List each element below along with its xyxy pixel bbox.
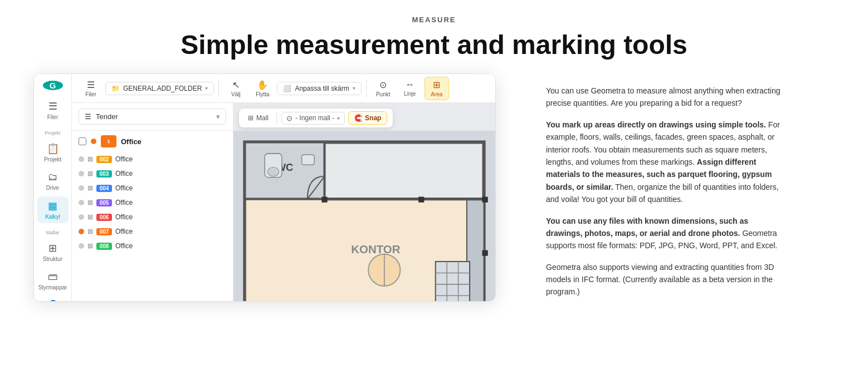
dot-008 [79, 243, 84, 249]
sidebar-label-styrmappar: Styrmappar [38, 284, 67, 290]
dot-003 [79, 171, 84, 176]
header-item-label: Office [121, 137, 142, 146]
header-dot [91, 139, 96, 144]
header-checkbox[interactable] [79, 137, 86, 145]
list-item-007[interactable]: ⊠ 007 Office [72, 224, 233, 239]
toolbar-divider-1 [218, 80, 219, 97]
kalkyl-icon: ▦ [48, 200, 57, 212]
folder-icon: 📁 [111, 85, 120, 92]
valj-label: Välj [231, 91, 241, 97]
projekt-icon: 📋 [47, 142, 59, 155]
shape-006: ⊠ [87, 213, 93, 221]
intro-text: You can use Geometra to measure almost a… [546, 85, 786, 110]
toolbar-filer[interactable]: ☰ Filer [79, 77, 103, 100]
shape-007: ⊠ [87, 228, 93, 235]
badge-005: 005 [96, 199, 112, 206]
toolbar-linje[interactable]: ↔ Linje [398, 77, 422, 99]
sidebar-label-projekt: Projekt [44, 156, 61, 163]
sidebar-section-mallar: Mallar [34, 230, 71, 235]
sidebar-item-styrmappar[interactable]: 🗃 Styrmappar [37, 268, 69, 294]
badge-008: 008 [96, 243, 112, 250]
label-003: Office [115, 170, 133, 178]
ingen-mall-chevron: ▾ [337, 115, 340, 121]
label-008: Office [115, 242, 133, 250]
para2-bold: You can use any files with known dimensi… [546, 216, 748, 238]
sidebar-item-projekt[interactable]: 📋 Projekt [37, 139, 69, 166]
svg-rect-13 [418, 197, 424, 203]
page-title: Simple measurement and marking tools [0, 29, 868, 60]
ingen-mall-label: - Ingen mall - [295, 114, 334, 122]
anpassa-label: Anpassa till skärm [295, 85, 349, 92]
map-grid-btn[interactable]: ⊞ Mall [245, 112, 272, 124]
panel-select-icon: ☰ [85, 112, 91, 121]
list-item-008[interactable]: ⊠ 008 Office [72, 239, 233, 253]
toolbar-divider-2 [366, 80, 367, 97]
svg-rect-12 [321, 197, 327, 203]
badge-006: 006 [96, 214, 112, 221]
badge-002: 002 [96, 156, 112, 163]
para3-text: Geometra also supports viewing and extra… [546, 261, 786, 298]
toolbar-folder-dropdown[interactable]: 📁 GENERAL.ADD_FOLDER ▾ [105, 82, 214, 95]
toolbar-area[interactable]: ⊞ Area [425, 77, 449, 100]
linje-label: Linje [404, 91, 416, 97]
app-window: G ☰ Filer Projekt 📋 Projekt 🗂 Drive ▦ Ka… [33, 73, 496, 302]
toolbar-valj[interactable]: ↖ Välj [223, 77, 248, 100]
svg-rect-14 [482, 197, 487, 203]
sidebar: G ☰ Filer Projekt 📋 Projekt 🗂 Drive ▦ Ka… [34, 74, 72, 301]
shape-005: ⊠ [87, 199, 93, 206]
list-item-004[interactable]: ⊠ 004 Office [72, 181, 233, 195]
shape-008: ⊠ [87, 242, 93, 250]
shape-002: ⊠ [87, 155, 93, 163]
list-item-003[interactable]: ⊠ 003 Office [72, 166, 233, 181]
left-panel: ☰ Tender ▾ 1 Office [72, 103, 233, 301]
dot-006 [79, 214, 84, 220]
toolbar-punkt[interactable]: ⊙ Punkt [371, 77, 396, 100]
punkt-icon: ⊙ [379, 80, 387, 90]
label-006: Office [115, 213, 133, 221]
filer-toolbar-icon: ☰ [87, 80, 95, 90]
dot-004 [79, 185, 84, 191]
sidebar-item-drive[interactable]: 🗂 Drive [37, 168, 69, 194]
anpassa-chevron: ▾ [353, 85, 355, 91]
sidebar-item-filer[interactable]: ☰ Filer [37, 97, 69, 124]
svg-rect-17 [482, 250, 487, 256]
label-007: Office [115, 228, 133, 235]
badge-004: 004 [96, 185, 112, 192]
mall-label: Mall [256, 114, 269, 122]
area-icon: ⊞ [433, 80, 440, 90]
measure-label: MEASURE [0, 16, 868, 24]
filer-toolbar-label: Filer [85, 91, 96, 97]
main-layout: G ☰ Filer Projekt 📋 Projekt 🗂 Drive ▦ Ka… [0, 73, 868, 318]
map-area: ⊞ Mall ⊙ - Ingen mall - ▾ 🧲 Snap [233, 103, 495, 301]
toolbar-anpassa-dropdown[interactable]: ⬜ Anpassa till skärm ▾ [277, 82, 361, 95]
ingen-mall-dropdown[interactable]: ⊙ - Ingen mall - ▾ [281, 112, 345, 125]
sidebar-section-projekt: Projekt [34, 130, 71, 136]
snap-label: Snap [365, 114, 381, 122]
label-002: Office [115, 155, 133, 163]
sidebar-item-kalkyl[interactable]: ▦ Kalkyl [37, 196, 69, 223]
anpassa-icon: ⬜ [283, 85, 291, 92]
list-item-005[interactable]: ⊠ 005 Office [72, 195, 233, 210]
snap-button[interactable]: 🧲 Snap [348, 111, 387, 125]
sidebar-label-struktur: Struktur [43, 256, 62, 262]
shape-004: ⊠ [87, 184, 93, 192]
tender-select[interactable]: ☰ Tender ▾ [79, 109, 226, 125]
map-divider [276, 112, 277, 124]
floor-plan-svg: WC KONTOR [233, 131, 495, 301]
sidebar-logo: G [43, 81, 63, 90]
sidebar-item-extra[interactable]: 👤 [37, 296, 69, 302]
list-item-006[interactable]: ⊠ 006 Office [72, 210, 233, 224]
shape-003: ⊠ [87, 170, 93, 178]
item-list: 1 Office ⊠ 002 Office [72, 131, 233, 301]
list-header-item[interactable]: 1 Office [72, 131, 233, 152]
styrmappar-icon: 🗃 [48, 271, 58, 283]
list-item-002[interactable]: ⊠ 002 Office [72, 152, 233, 166]
punkt-label: Punkt [376, 91, 391, 97]
valj-icon: ↖ [232, 80, 240, 90]
toolbar-flytta[interactable]: ✋ Flytta [250, 77, 275, 100]
sidebar-item-struktur[interactable]: ⊞ Struktur [37, 239, 69, 265]
tender-label: Tender [96, 112, 118, 121]
snap-icon: 🧲 [354, 114, 363, 122]
text-panel: You can use Geometra to measure almost a… [529, 73, 802, 318]
svg-rect-9 [302, 155, 314, 165]
